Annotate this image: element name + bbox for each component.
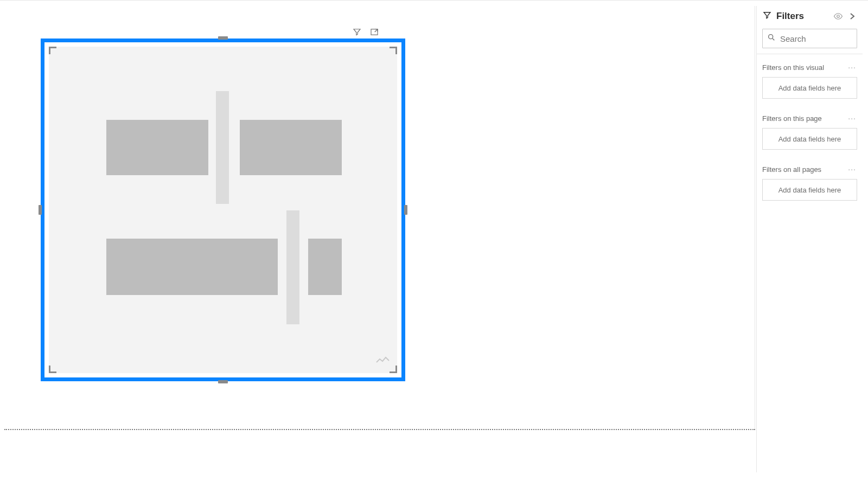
filter-section-all-pages: Filters on all pages ··· Add data fields… (757, 159, 863, 210)
dropzone-label: Add data fields here (778, 186, 841, 194)
filter-section-page: Filters on this page ··· Add data fields… (757, 108, 863, 159)
corner-mark (390, 47, 397, 54)
watermark-icon (375, 356, 391, 367)
filters-panel: Filters (756, 6, 863, 472)
svg-point-4 (837, 15, 840, 18)
filter-section-visual: Filters on this visual ··· Add data fiel… (757, 57, 863, 108)
filters-header: Filters (757, 6, 863, 27)
section-more-icon[interactable]: ··· (847, 63, 857, 72)
focus-mode-icon[interactable] (369, 27, 380, 37)
search-input[interactable] (780, 34, 852, 43)
page-separator (4, 429, 755, 430)
placeholder-block (286, 210, 299, 324)
placeholder-block (106, 239, 278, 295)
divider (757, 54, 863, 54)
svg-point-2 (391, 31, 392, 33)
app-root: I Filters (0, 0, 868, 487)
selected-visual[interactable] (41, 39, 405, 381)
section-title: Filters on all pages (762, 165, 821, 174)
svg-point-5 (769, 35, 773, 39)
placeholder-block (106, 120, 208, 175)
section-title: Filters on this page (762, 114, 822, 123)
search-icon (767, 33, 776, 44)
resize-handle-right[interactable] (404, 205, 407, 215)
visual-toolbar (352, 27, 397, 37)
dropzone-label: Add data fields here (778, 135, 841, 143)
corner-mark (49, 366, 56, 373)
svg-point-1 (388, 31, 390, 33)
filters-title: Filters (776, 11, 829, 22)
filters-search[interactable] (762, 29, 857, 48)
report-canvas[interactable] (4, 6, 755, 429)
resize-handle-bottom[interactable] (218, 380, 228, 383)
placeholder-block (308, 239, 342, 295)
filter-icon (762, 10, 772, 22)
section-more-icon[interactable]: ··· (847, 165, 857, 174)
placeholder-block (240, 120, 342, 175)
section-title: Filters on this visual (762, 63, 824, 72)
filter-dropzone[interactable]: Add data fields here (762, 179, 857, 201)
section-more-icon[interactable]: ··· (847, 114, 857, 123)
filter-dropzone[interactable]: Add data fields here (762, 128, 857, 150)
more-options-icon[interactable] (386, 27, 397, 37)
corner-mark (390, 366, 397, 373)
visibility-icon[interactable] (833, 11, 843, 21)
collapse-panel-icon[interactable] (847, 11, 857, 21)
filter-dropzone[interactable]: Add data fields here (762, 77, 857, 99)
svg-point-3 (394, 31, 395, 33)
visual-placeholder (49, 47, 397, 373)
resize-handle-left[interactable] (39, 205, 42, 215)
placeholder-block (216, 91, 229, 204)
resize-handle-top[interactable] (218, 36, 228, 40)
corner-mark (49, 47, 56, 54)
filter-icon[interactable] (352, 27, 362, 37)
dropzone-label: Add data fields here (778, 84, 841, 92)
